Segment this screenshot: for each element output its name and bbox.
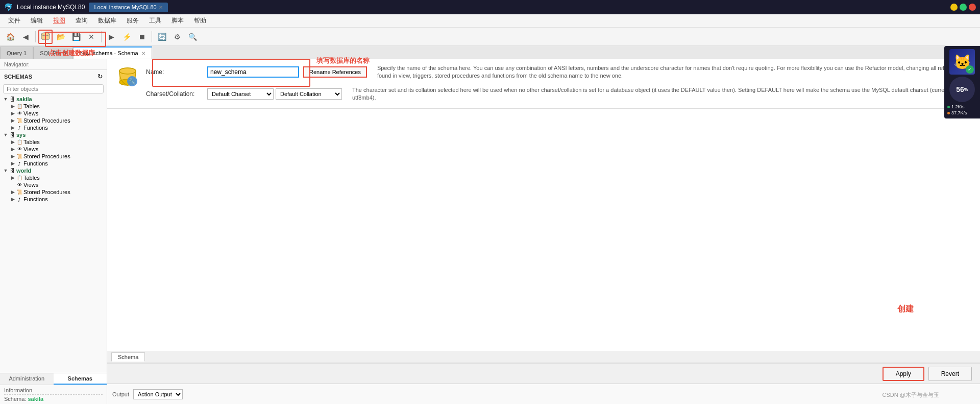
app-title: Local instance MySQL80	[17, 4, 85, 11]
schema-world[interactable]: ▼ 🗄 world	[0, 167, 107, 174]
sys-procs-label: Stored Procedures	[23, 153, 70, 159]
sys-views[interactable]: ▶ 👁 Views	[0, 146, 107, 153]
world-stored-procs[interactable]: ▶ 📜 Stored Procedures	[0, 188, 107, 196]
charset-select[interactable]: Default Charset	[207, 88, 274, 100]
widget-gauge: 56%	[949, 77, 975, 102]
menu-file[interactable]: 文件	[4, 15, 24, 26]
apply-btn[interactable]: Apply	[883, 367, 924, 381]
menu-tools[interactable]: 工具	[145, 15, 165, 26]
world-label: world	[16, 168, 31, 174]
charset-row: Charset/Collation: Default Charset Defau…	[146, 86, 972, 102]
sakila-procs-label: Stored Procedures	[23, 117, 70, 124]
main-layout: Navigator: SCHEMAS ↻ ▼ 🗄 sakila ▶ 📋	[0, 59, 980, 404]
title-tab-close[interactable]: ✕	[159, 5, 163, 10]
toolbar-schema-btn[interactable]: 🔍	[185, 30, 200, 44]
toolbar-stop-btn[interactable]: ⏹	[135, 30, 149, 44]
menu-query[interactable]: 查询	[71, 15, 92, 26]
toolbar-exec-btn[interactable]: ▶	[104, 30, 118, 44]
navigator-label: Navigator:	[4, 61, 30, 67]
toolbar-save-btn[interactable]: 💾	[69, 30, 83, 44]
menu-database[interactable]: 数据库	[94, 15, 120, 26]
content-tab-schema[interactable]: Schema	[111, 352, 145, 362]
sakila-tables[interactable]: ▶ 📋 Tables	[0, 103, 107, 110]
schema-icon: 🔧	[115, 64, 140, 89]
collation-select[interactable]: Default Collation	[276, 88, 342, 100]
toolbar-new-schema-btn[interactable]	[38, 30, 53, 44]
filter-input[interactable]	[3, 84, 104, 93]
menu-view[interactable]: 视图	[49, 15, 69, 26]
sys-tables[interactable]: ▶ 📋 Tables	[0, 138, 107, 146]
menu-script[interactable]: 脚本	[167, 15, 188, 26]
output-label: Output	[112, 391, 129, 397]
world-expand[interactable]: ▼	[3, 168, 8, 173]
sakila-label: sakila	[16, 96, 32, 102]
sakila-procs-arrow: ▶	[10, 118, 15, 123]
sys-stored-procs[interactable]: ▶ 📜 Stored Procedures	[0, 153, 107, 160]
sakila-views[interactable]: ▶ 👁 Views	[0, 110, 107, 117]
sakila-functions[interactable]: ▶ ƒ Functions	[0, 124, 107, 131]
maximize-btn[interactable]	[960, 4, 967, 11]
tree-area: ▼ 🗄 sakila ▶ 📋 Tables ▶ 👁 Views	[0, 96, 107, 373]
rename-references-btn[interactable]: Rename References	[303, 66, 367, 78]
sakila-expand[interactable]: ▼	[3, 97, 8, 102]
toolbar-manage-btn[interactable]: ⚙	[170, 30, 184, 44]
menu-service[interactable]: 服务	[122, 15, 143, 26]
sys-label: sys	[16, 132, 26, 138]
output-dropdown[interactable]: Action Output	[133, 389, 183, 399]
world-procs-arrow: ▶	[10, 189, 15, 195]
download-speed: 37.7K/s	[951, 110, 967, 115]
sakila-procs-icon: 📜	[15, 117, 23, 124]
menu-edit[interactable]: 编辑	[27, 15, 47, 26]
toolbar-back-btn[interactable]: ◀	[18, 30, 33, 44]
sakila-db-icon: 🗄	[8, 96, 16, 102]
name-input[interactable]	[207, 66, 299, 78]
sakila-views-label: Views	[23, 110, 38, 116]
toolbar-exec-sel-btn[interactable]: ⚡	[119, 30, 134, 44]
sys-funcs-label: Functions	[23, 160, 48, 167]
sakila-stored-procs[interactable]: ▶ 📜 Stored Procedures	[0, 117, 107, 124]
tab-newschema-close[interactable]: ✕	[141, 51, 145, 56]
world-procs-icon: 📜	[15, 189, 23, 195]
widget-overlay: 🐱 ✓ 56% 1.2K/s 37.7K/s	[944, 46, 980, 118]
sakila-funcs-icon: ƒ	[15, 125, 23, 131]
nav-tabs: Administration Schemas	[0, 373, 107, 385]
world-funcs-arrow: ▶	[10, 197, 15, 202]
upload-speed: 1.2K/s	[951, 104, 965, 109]
content-area: 🔧 Name: Rename References Specify the na…	[107, 59, 980, 404]
schemas-refresh-icon[interactable]: ↻	[97, 73, 103, 80]
nav-tab-schemas[interactable]: Schemas	[54, 373, 107, 385]
title-tab[interactable]: Local instance MySQL80 ✕	[89, 3, 167, 12]
charset-description: The character set and its collation sele…	[352, 86, 972, 102]
world-tables-label: Tables	[23, 175, 40, 181]
sys-procs-arrow: ▶	[10, 154, 15, 159]
nav-info: Information Schema: sakila	[0, 385, 107, 404]
sys-tables-label: Tables	[23, 139, 40, 145]
tab-query1[interactable]: Query 1	[0, 46, 33, 59]
toolbar-refresh-btn[interactable]: 🔄	[155, 30, 169, 44]
toolbar-close-btn[interactable]: ✕	[84, 30, 99, 44]
schema-form-container: Name: Rename References Specify the name…	[146, 64, 972, 108]
toolbar-sep-2	[101, 31, 102, 42]
tab-bar: Query 1 SQL File 3 new_schema - Schema ✕	[0, 46, 980, 59]
toolbar: 🏠 ◀ 📂 💾 ✕ ▶ ⚡ ⏹ 🔄 ⚙ 🔍	[0, 28, 980, 46]
sys-expand[interactable]: ▼	[3, 132, 8, 137]
minimize-btn[interactable]	[950, 4, 958, 11]
schema-sys[interactable]: ▼ 🗄 sys	[0, 131, 107, 138]
world-tables[interactable]: ▶ 📋 Tables	[0, 174, 107, 181]
world-functions[interactable]: ▶ ƒ Functions	[0, 196, 107, 203]
charset-label: Charset/Collation:	[146, 90, 207, 98]
sys-db-icon: 🗄	[8, 132, 16, 138]
sakila-tables-label: Tables	[23, 103, 40, 109]
menu-help[interactable]: 帮助	[190, 15, 210, 26]
world-tables-icon: 📋	[15, 175, 23, 181]
sakila-funcs-label: Functions	[23, 125, 48, 131]
close-btn[interactable]	[969, 4, 976, 11]
revert-btn[interactable]: Revert	[928, 367, 972, 381]
world-procs-label: Stored Procedures	[23, 189, 70, 195]
nav-tab-administration[interactable]: Administration	[0, 373, 54, 385]
toolbar-home-btn[interactable]: 🏠	[3, 30, 17, 44]
world-views[interactable]: 👁 Views	[0, 181, 107, 188]
toolbar-open-file-btn[interactable]: 📂	[54, 30, 68, 44]
schema-sakila[interactable]: ▼ 🗄 sakila	[0, 96, 107, 103]
sys-functions[interactable]: ▶ ƒ Functions	[0, 160, 107, 167]
